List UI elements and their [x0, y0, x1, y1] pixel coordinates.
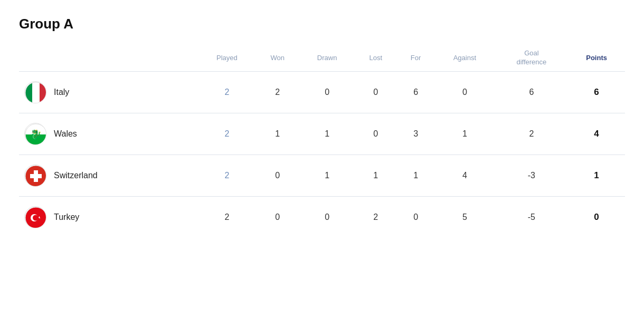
flag-wales: 🐉 [24, 123, 46, 145]
svg-rect-13 [30, 174, 42, 178]
group-title: Group A [19, 16, 625, 32]
svg-rect-2 [32, 82, 40, 103]
drawn: 0 [300, 196, 355, 238]
played: 2 [198, 71, 255, 113]
lost: 0 [355, 113, 397, 154]
flag-turkey [24, 206, 46, 228]
goal-difference: 2 [495, 113, 569, 154]
drawn: 1 [300, 154, 355, 196]
played: 2 [198, 154, 255, 196]
for: 6 [397, 71, 434, 113]
played: 2 [198, 113, 255, 154]
lost: 2 [355, 196, 397, 238]
col-header-won: Won [255, 45, 300, 71]
col-header-for: For [397, 45, 434, 71]
flag-italy [24, 81, 46, 103]
against: 0 [434, 71, 495, 113]
won: 0 [255, 154, 300, 196]
drawn: 0 [300, 71, 355, 113]
lost: 0 [355, 71, 397, 113]
flag-switzerland [24, 165, 46, 187]
won: 0 [255, 196, 300, 238]
team-name: Wales [54, 129, 77, 139]
lost: 1 [355, 154, 397, 196]
goal-difference: -3 [495, 154, 569, 196]
points: 4 [568, 113, 625, 154]
points: 0 [568, 196, 625, 238]
against: 1 [434, 113, 495, 154]
team-name: Italy [54, 88, 69, 97]
team-cell-italy: Italy [19, 71, 198, 113]
col-header-points: Points [568, 45, 625, 71]
against: 5 [434, 196, 495, 238]
played: 2 [198, 196, 255, 238]
won: 2 [255, 71, 300, 113]
drawn: 1 [300, 113, 355, 154]
col-header-played: Played [198, 45, 255, 71]
table-row: 🐉 Wales 2 1 1 0 3 1 2 4 [19, 113, 625, 154]
for: 3 [397, 113, 434, 154]
for: 1 [397, 154, 434, 196]
team-name: Switzerland [54, 171, 98, 180]
team-cell-wales: 🐉 Wales [19, 113, 198, 154]
won: 1 [255, 113, 300, 154]
for: 0 [397, 196, 434, 238]
points: 1 [568, 154, 625, 196]
svg-point-18 [33, 215, 39, 220]
svg-text:🐉: 🐉 [30, 129, 42, 140]
table-row: Italy 2 2 0 0 6 0 6 6 [19, 71, 625, 113]
table-row: Turkey 2 0 0 2 0 5 -5 0 [19, 196, 625, 238]
table-row: Switzerland 2 0 1 1 1 4 -3 1 [19, 154, 625, 196]
standings-table: Played Won Drawn Lost For Against Goaldi… [19, 45, 625, 238]
col-header-lost: Lost [355, 45, 397, 71]
col-header-team [19, 45, 198, 71]
goal-difference: -5 [495, 196, 569, 238]
against: 4 [434, 154, 495, 196]
points: 6 [568, 71, 625, 113]
team-cell-turkey: Turkey [19, 196, 198, 238]
col-header-against: Against [434, 45, 495, 71]
col-header-goal-difference: Goaldifference [495, 45, 569, 71]
col-header-drawn: Drawn [300, 45, 355, 71]
team-name: Turkey [54, 213, 79, 222]
goal-difference: 6 [495, 71, 569, 113]
team-cell-switzerland: Switzerland [19, 154, 198, 196]
